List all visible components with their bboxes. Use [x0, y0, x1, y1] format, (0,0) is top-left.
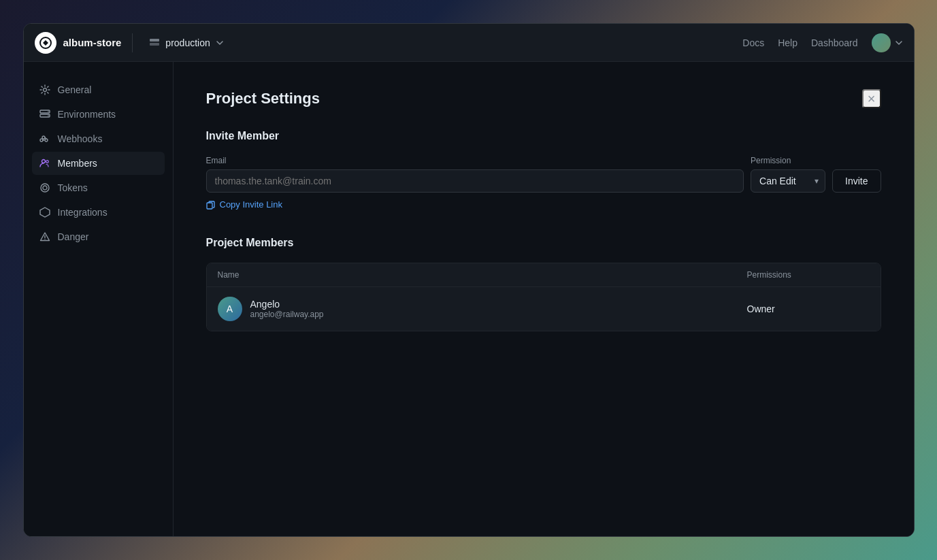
brand: album-store [35, 32, 122, 54]
member-avatar: A [218, 297, 242, 321]
nav-divider [132, 33, 133, 52]
main-layout: General Environments [24, 62, 914, 536]
invite-section: Invite Member Email Permission Can Edit … [206, 130, 881, 210]
app-name: album-store [63, 37, 122, 48]
svg-point-3 [43, 88, 46, 92]
svg-point-8 [42, 160, 45, 163]
page-title: Project Settings [206, 90, 320, 108]
server-icon [39, 108, 51, 120]
members-section-title: Project Members [206, 237, 881, 249]
member-details: Angelo angelo@railway.app [250, 299, 324, 319]
table-header: Name Permissions [207, 263, 881, 287]
close-button[interactable]: × [862, 89, 881, 108]
gear-icon [39, 84, 51, 96]
member-name: Angelo [250, 299, 324, 310]
email-field-group: Email [206, 156, 744, 193]
member-permission: Owner [747, 303, 870, 314]
invite-button-group: Invite [832, 156, 881, 193]
sidebar-label-danger: Danger [58, 231, 89, 242]
invite-button[interactable]: Invite [832, 169, 881, 193]
brand-icon [35, 32, 56, 54]
members-table: Name Permissions A Angelo angelo@railway… [206, 263, 881, 331]
sidebar-item-environments[interactable]: Environments [32, 103, 165, 126]
docs-link[interactable]: Docs [742, 37, 764, 48]
sidebar-label-general: General [58, 84, 92, 95]
svg-rect-15 [207, 203, 212, 209]
copy-icon [206, 200, 216, 210]
copy-invite-link[interactable]: Copy Invite Link [206, 199, 283, 210]
sidebar-item-danger[interactable]: Danger [32, 225, 165, 248]
sidebar-item-webhooks[interactable]: Webhooks [32, 127, 165, 150]
invite-form-row: Email Permission Can Edit Can View Admin… [206, 156, 881, 193]
svg-point-7 [48, 115, 49, 116]
sidebar-label-webhooks: Webhooks [58, 133, 103, 144]
integrations-icon [39, 206, 51, 218]
help-link[interactable]: Help [778, 37, 798, 48]
user-menu[interactable] [872, 33, 903, 52]
people-icon [39, 157, 51, 169]
env-name: production [165, 37, 210, 48]
member-info: A Angelo angelo@railway.app [218, 297, 747, 321]
permission-select[interactable]: Can Edit Can View Admin [751, 169, 825, 193]
copy-link-text: Copy Invite Link [220, 199, 283, 210]
email-input[interactable] [206, 169, 744, 193]
permission-label: Permission [751, 156, 825, 165]
app-window: album-store production Docs Help Dashboa… [23, 23, 915, 537]
sidebar-item-tokens[interactable]: Tokens [32, 176, 165, 199]
sidebar-item-integrations[interactable]: Integrations [32, 201, 165, 224]
sidebar-label-tokens: Tokens [58, 182, 88, 193]
page-header: Project Settings × [206, 89, 881, 108]
sidebar-label-environments: Environments [58, 109, 116, 120]
svg-marker-12 [40, 208, 50, 217]
env-icon [149, 37, 160, 48]
chevron-down-icon [216, 39, 224, 47]
sidebar-item-members[interactable]: Members [32, 152, 165, 175]
svg-point-6 [48, 111, 49, 112]
token-icon [39, 182, 51, 194]
col-header-permissions: Permissions [747, 270, 870, 280]
invite-btn-spacer [832, 156, 881, 165]
svg-rect-1 [150, 39, 159, 42]
webhooks-icon [39, 133, 51, 145]
svg-point-14 [44, 239, 45, 240]
table-row: A Angelo angelo@railway.app Owner [207, 287, 881, 331]
col-header-name: Name [218, 270, 747, 280]
user-avatar [872, 33, 891, 52]
sidebar: General Environments [24, 62, 174, 536]
danger-icon [39, 231, 51, 243]
svg-point-10 [41, 184, 49, 192]
nav-links: Docs Help Dashboard [742, 33, 902, 52]
dashboard-link[interactable]: Dashboard [811, 37, 858, 48]
email-label: Email [206, 156, 744, 165]
invite-section-title: Invite Member [206, 130, 881, 142]
svg-rect-2 [150, 43, 159, 46]
user-chevron-icon [895, 39, 903, 47]
sidebar-item-general[interactable]: General [32, 78, 165, 101]
permission-select-wrapper: Can Edit Can View Admin ▾ [751, 169, 825, 193]
top-nav: album-store production Docs Help Dashboa… [24, 24, 914, 62]
env-switcher[interactable]: production [144, 35, 229, 51]
sidebar-label-members: Members [58, 158, 97, 169]
avatar-initials: A [227, 303, 233, 314]
svg-point-11 [43, 186, 47, 190]
sidebar-label-integrations: Integrations [58, 207, 108, 218]
permission-field-group: Permission Can Edit Can View Admin ▾ [751, 156, 825, 193]
member-email: angelo@railway.app [250, 310, 324, 319]
main-content: Project Settings × Invite Member Email P… [174, 62, 914, 536]
svg-point-9 [46, 161, 48, 163]
members-section: Project Members Name Permissions A Angel… [206, 237, 881, 331]
